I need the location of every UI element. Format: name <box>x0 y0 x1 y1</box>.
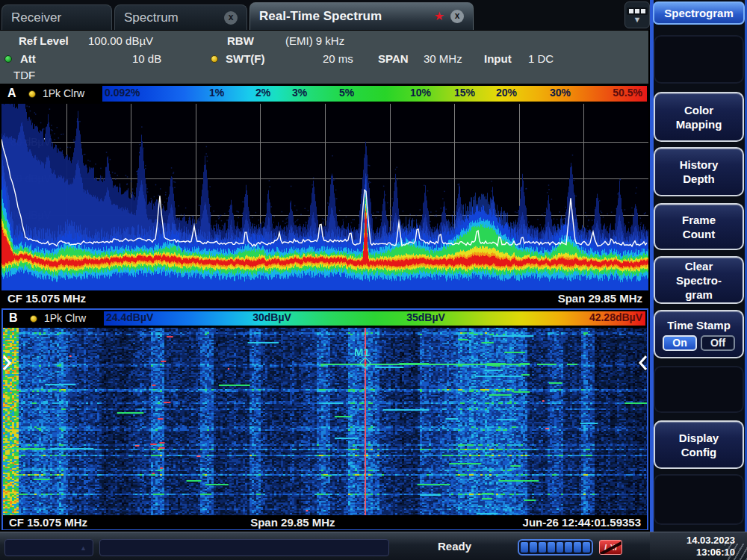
rbw-value[interactable]: (EMI) 9 kHz <box>285 34 344 47</box>
tab-spectrum[interactable]: Spectrum x <box>114 4 247 30</box>
time-stamp-button[interactable]: Time Stamp On Off <box>654 310 744 358</box>
input-label: Input <box>484 52 512 65</box>
scale-label: 50.5% <box>613 87 642 99</box>
close-icon[interactable]: x <box>450 10 464 23</box>
swt-label: SWT(F) <box>226 52 264 65</box>
tab-realtime-spectrum[interactable]: Real-Time Spectrum ★ x <box>249 2 474 30</box>
att-value[interactable]: 10 dB <box>132 52 161 65</box>
scale-label: 20% <box>496 87 517 99</box>
datetime-panel: 14.03.2023 13:06:10 <box>650 532 747 560</box>
window-b-id: B <box>9 311 18 325</box>
settings-bar: Ref Level 100.00 dBµV RBW (EMI) 9 kHz At… <box>0 31 648 84</box>
span-value[interactable]: 30 MHz <box>424 52 462 65</box>
ref-level-label: Ref Level <box>19 34 69 47</box>
scale-label: 1% <box>209 87 224 99</box>
scale-label: 30% <box>550 87 571 99</box>
date-text: 14.03.2023 <box>650 535 735 547</box>
level-scale-bar: 24.4dBµV 30dBµV 35dBµV 42.28dBµV <box>104 311 645 326</box>
time-stamp-label: Time Stamp <box>667 318 731 332</box>
softkey-empty-3 <box>654 474 744 525</box>
scale-label: 24.4dBµV <box>106 311 153 323</box>
center-frequency[interactable]: CF 15.075 MHz <box>7 292 86 305</box>
analyzer-screen: Receiver Spectrum x Real-Time Spectrum ★… <box>0 0 747 560</box>
grip-texture <box>725 544 747 560</box>
chevron-down-icon: ▼ <box>633 16 642 23</box>
window-a-id: A <box>7 87 16 100</box>
tab-label: Receiver <box>11 10 61 25</box>
time-text: 13:06:10 <box>650 547 735 559</box>
span-readout[interactable]: Span 29.85 MHz <box>250 516 335 529</box>
scale-label: 5% <box>339 87 354 99</box>
att-status-dot <box>4 55 12 63</box>
density-scale-bar: 0.092% 1% 2% 3% 5% 10% 15% 20% 30% 50.5% <box>102 86 647 102</box>
clear-spectrogram-button[interactable]: Clear Spectro- gram <box>654 256 744 304</box>
window-b-footer: CF 15.075 MHz Span 29.85 MHz Jun-26 12:4… <box>3 515 647 529</box>
time-stamp-on-toggle[interactable]: On <box>663 335 697 351</box>
time-stamp-off-toggle[interactable]: Off <box>701 335 735 351</box>
trace-dot-icon <box>30 315 37 323</box>
status-field-1: ▲ <box>4 539 93 556</box>
lxi-status-icon: LXI <box>599 540 622 555</box>
star-icon: ★ <box>434 10 444 22</box>
scale-label: 35dBµV <box>406 311 445 323</box>
scale-label: 3% <box>292 87 307 99</box>
span-readout[interactable]: Span 29.85 MHz <box>558 292 642 305</box>
tdf-label: TDF <box>13 69 35 81</box>
spectrogram-canvas[interactable] <box>3 328 647 515</box>
color-mapping-button[interactable]: Color Mapping <box>654 92 744 142</box>
sidebar-title: Spectrogram <box>653 1 745 25</box>
att-label: Att <box>20 52 36 65</box>
softkey-sidebar: Spectrogram Color Mapping History Depth … <box>650 0 747 532</box>
softkey-empty-1 <box>654 35 744 84</box>
scale-label: 15% <box>454 87 475 99</box>
frame-count-button[interactable]: Frame Count <box>654 203 744 250</box>
swt-value[interactable]: 20 ms <box>323 52 353 65</box>
history-depth-button[interactable]: History Depth <box>654 147 744 196</box>
scale-label: 42.28dBµV <box>589 311 642 323</box>
window-a-footer: CF 15.075 MHz Span 29.85 MHz <box>1 290 648 307</box>
scale-label: 30dBµV <box>252 311 291 323</box>
trace-label: 1Pk Clrw <box>43 87 84 99</box>
center-frequency[interactable]: CF 15.075 MHz <box>9 516 87 529</box>
progress-bar <box>518 539 593 556</box>
tab-label: Real-Time Spectrum <box>259 9 382 24</box>
spectrum-window: A 1Pk Clrw 0.092% 1% 2% 3% 5% 10% 15% 20… <box>1 84 648 307</box>
input-value[interactable]: 1 DC <box>528 52 554 65</box>
status-bar: ▲ Ready LXI <box>0 532 650 560</box>
scale-label: 2% <box>255 87 270 99</box>
tab-overview-button[interactable]: ▼ <box>624 1 650 28</box>
ready-status: Ready <box>438 540 471 553</box>
tab-bar: Receiver Spectrum x Real-Time Spectrum ★… <box>0 0 650 30</box>
trace-dot-icon <box>28 90 36 98</box>
windows-icon <box>627 7 648 15</box>
status-field-2 <box>99 539 389 556</box>
swt-status-dot <box>211 55 218 63</box>
window-a-header: A 1Pk Clrw 0.092% 1% 2% 3% 5% 10% 15% 20… <box>1 84 648 104</box>
tab-receiver[interactable]: Receiver <box>1 4 112 30</box>
close-icon[interactable]: x <box>224 11 238 25</box>
window-b-header: B 1Pk Clrw 24.4dBµV 30dBµV 35dBµV 42.28d… <box>3 310 647 328</box>
frame-timestamp: Jun-26 12:44:01.59353 <box>523 516 641 529</box>
softkey-empty-2 <box>654 366 744 413</box>
tab-label: Spectrum <box>124 10 179 25</box>
spectrum-canvas[interactable] <box>1 104 648 290</box>
scale-label: 0.092% <box>105 87 140 99</box>
trace-label: 1Pk Clrw <box>44 312 86 324</box>
rbw-label: RBW <box>227 34 254 47</box>
display-config-button[interactable]: Display Config <box>654 420 744 469</box>
spectrogram-window: B 1Pk Clrw 24.4dBµV 30dBµV 35dBµV 42.28d… <box>1 308 648 530</box>
ref-level-value[interactable]: 100.00 dBµV <box>88 34 153 47</box>
span-label: SPAN <box>378 52 409 65</box>
chevron-up-icon: ▲ <box>80 544 87 552</box>
scale-label: 10% <box>410 87 431 99</box>
